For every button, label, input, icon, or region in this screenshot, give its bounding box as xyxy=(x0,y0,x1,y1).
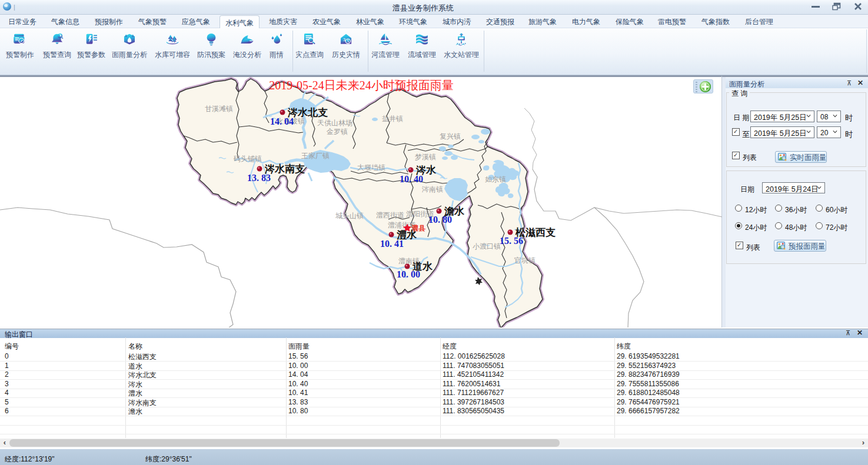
svg-text:10. 00: 10. 00 xyxy=(397,269,420,279)
svg-text:王家厂镇: 王家厂镇 xyxy=(301,152,330,160)
svg-text:梦溪镇: 梦溪镇 xyxy=(415,153,436,161)
svg-text:14. 04: 14. 04 xyxy=(270,116,294,126)
svg-text:10. 80: 10. 80 xyxy=(428,215,452,225)
svg-text:码头铺镇: 码头铺镇 xyxy=(234,155,262,163)
svg-text:金罗镇: 金罗镇 xyxy=(326,128,348,136)
svg-text:官垸镇: 官垸镇 xyxy=(514,256,536,265)
svg-text:大堰垱镇: 大堰垱镇 xyxy=(357,163,385,172)
svg-text:城头山镇: 城头山镇 xyxy=(335,212,364,220)
svg-text:涔南镇: 涔南镇 xyxy=(421,185,443,193)
svg-text:天供山林场: 天供山林场 xyxy=(317,119,352,127)
svg-text:10. 41: 10. 41 xyxy=(380,239,404,249)
svg-text:复兴镇: 复兴镇 xyxy=(440,132,461,140)
svg-text:13. 83: 13. 83 xyxy=(247,173,271,183)
svg-text:2019-05-24日未来24小时预报面雨量: 2019-05-24日未来24小时预报面雨量 xyxy=(269,79,453,92)
svg-text:如东镇: 如东镇 xyxy=(485,175,506,183)
svg-text:甘溪滩镇: 甘溪滩镇 xyxy=(205,105,233,113)
svg-text:3: 3 xyxy=(343,38,345,42)
svg-text:盐井镇: 盐井镇 xyxy=(382,115,403,123)
svg-text:小渡口镇: 小渡口镇 xyxy=(473,242,501,250)
svg-text:澧西街道: 澧西街道 xyxy=(376,211,404,219)
svg-text:10. 40: 10. 40 xyxy=(400,174,423,184)
svg-text:15. 56: 15. 56 xyxy=(500,236,523,246)
